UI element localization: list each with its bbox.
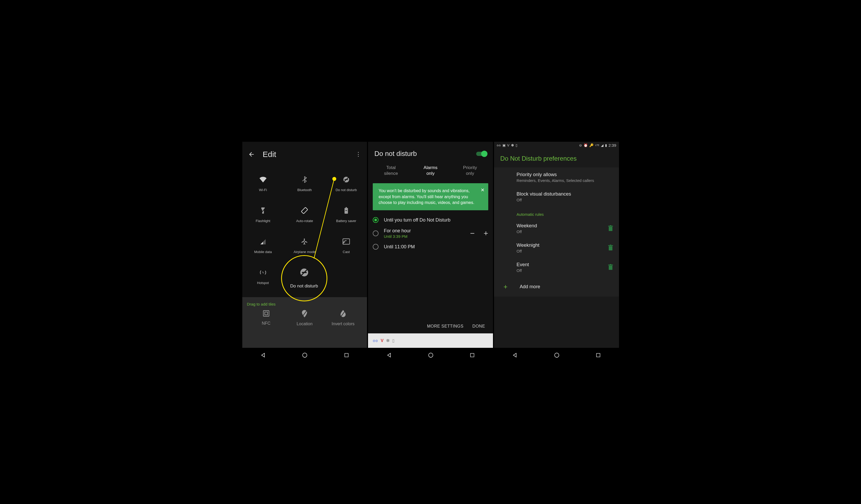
tile-label: Auto-rotate (296, 219, 313, 223)
page-title: Edit (263, 150, 276, 159)
pref-sub: Off (517, 197, 613, 202)
vpn-icon: 🔑 (589, 143, 593, 147)
alarm-icon: ⏰ (584, 143, 588, 147)
rule-sub: Off (517, 229, 613, 234)
notif-icon: V (507, 143, 509, 147)
option-sublabel: Until 3:39 PM (384, 234, 411, 239)
nav-back-icon[interactable] (260, 352, 266, 358)
pref-priority-allows[interactable]: Priority only allows Reminders, Events, … (494, 167, 619, 187)
drag-tile-invert[interactable]: Invert colors (324, 310, 363, 341)
battery-icon (344, 206, 348, 215)
tile-mobile-data[interactable]: Mobile data (242, 230, 284, 261)
image-icon: ▣ (503, 143, 506, 147)
bluetooth-off-icon (301, 175, 308, 184)
overflow-menu-icon[interactable]: ⋮ (355, 151, 361, 158)
nav-back-icon[interactable] (386, 352, 392, 358)
action-row: MORE SETTINGS DONE (368, 319, 493, 333)
tab-priority-only[interactable]: Priorityonly (461, 164, 480, 177)
svg-rect-28 (610, 245, 611, 245)
tile-airplane[interactable]: Airplane mode (284, 230, 326, 261)
tile-label: Hotspot (257, 281, 269, 285)
pref-sub: Reminders, Events, Alarms, Selected call… (517, 178, 613, 183)
svg-rect-30 (608, 264, 613, 265)
airplane-off-icon (301, 237, 308, 246)
svg-rect-4 (301, 207, 308, 214)
tile-label: Mobile data (254, 250, 272, 254)
tile-label: NFC (262, 321, 270, 326)
nav-home-icon[interactable] (554, 352, 560, 358)
plus-icon: + (500, 283, 511, 291)
close-icon[interactable]: ✕ (481, 187, 484, 193)
battery-icon: ▮ (605, 143, 607, 147)
lte-icon: LTE (595, 144, 599, 147)
option-until-time[interactable]: Until 11:00 PM (373, 241, 488, 252)
svg-point-21 (429, 353, 433, 357)
annotation-dot (332, 177, 336, 181)
cast-icon (343, 237, 350, 246)
nav-recent-icon[interactable] (596, 353, 601, 358)
radio-icon (373, 217, 379, 223)
svg-rect-24 (608, 226, 613, 227)
svg-rect-6 (346, 207, 347, 208)
svg-rect-23 (609, 227, 612, 231)
option-one-hour[interactable]: For one hour Until 3:39 PM − + (373, 226, 488, 241)
rule-title: Weeknight (517, 242, 613, 248)
add-more-row[interactable]: + Add more (494, 277, 619, 297)
dnd-tabs: Totalsilence Alarmsonly Priorityonly (368, 163, 493, 179)
svg-rect-20 (345, 353, 348, 357)
radio-icon (373, 231, 379, 236)
trash-icon[interactable] (608, 245, 613, 251)
nav-home-icon[interactable] (302, 352, 308, 358)
tile-bluetooth[interactable]: Bluetooth (284, 168, 326, 199)
drag-tile-location[interactable]: Location (285, 310, 324, 341)
svg-rect-22 (471, 353, 474, 357)
trash-icon[interactable] (608, 225, 613, 232)
dnd-toggle[interactable] (476, 152, 487, 156)
leaf-icon: ✽ (386, 338, 390, 343)
trash-icon[interactable] (608, 264, 613, 270)
tile-auto-rotate[interactable]: Auto-rotate (284, 199, 326, 230)
more-settings-button[interactable]: MORE SETTINGS (427, 324, 464, 329)
rotate-icon (301, 206, 309, 215)
tile-battery-saver[interactable]: Battery saver (326, 199, 367, 230)
svg-rect-26 (609, 246, 612, 250)
section-automatic-rules: Automatic rules (494, 206, 619, 219)
add-label: Add more (520, 284, 540, 289)
svg-rect-27 (608, 245, 613, 246)
status-bar: ⌾⌾ ▣ V ✽ ▯ ⊖ ⏰ 🔑 LTE ◢ ▮ 2:39 (494, 142, 619, 149)
duration-options: Until you turn off Do Not Disturb For on… (368, 214, 493, 253)
tile-wifi[interactable]: Wi-Fi (242, 168, 284, 199)
drag-to-add-section: Drag to add tiles NFC Location Invert co… (242, 297, 367, 348)
tile-hotspot[interactable]: Hotspot (242, 261, 284, 292)
rule-weeknight[interactable]: Weeknight Off (494, 238, 619, 258)
minus-icon[interactable]: − (470, 229, 475, 238)
signal-icon (260, 237, 266, 246)
flashlight-off-icon (260, 206, 266, 215)
tile-dnd[interactable]: Do not disturb (326, 168, 367, 199)
plus-icon[interactable]: + (483, 229, 488, 238)
nav-recent-icon[interactable] (469, 353, 475, 358)
pref-block-visual[interactable]: Block visual disturbances Off (494, 187, 619, 206)
back-icon[interactable] (248, 151, 255, 158)
tile-flashlight[interactable]: Flashlight (242, 199, 284, 230)
rule-weekend[interactable]: Weekend Off (494, 219, 619, 238)
tile-cast[interactable]: Cast (326, 230, 367, 261)
dnd-icon: ⊖ (579, 143, 582, 147)
nav-home-icon[interactable] (428, 352, 434, 358)
rule-event[interactable]: Event Off (494, 258, 619, 277)
option-until-off[interactable]: Until you turn off Do Not Disturb (373, 215, 488, 226)
tab-alarms-only[interactable]: Alarmsonly (421, 164, 440, 177)
wifi-icon (259, 175, 267, 184)
tab-total-silence[interactable]: Totalsilence (381, 164, 400, 177)
svg-rect-5 (344, 208, 348, 214)
done-button[interactable]: DONE (473, 324, 485, 329)
tile-label: Location (297, 322, 313, 326)
radio-icon (373, 244, 379, 250)
nav-back-icon[interactable] (512, 352, 518, 358)
nav-recent-icon[interactable] (344, 353, 349, 358)
tile-label: Bluetooth (297, 188, 312, 192)
page-title: Do Not Disturb preferences (494, 149, 619, 167)
drag-tile-nfc[interactable]: NFC (247, 310, 286, 341)
tile-label: Wi-Fi (259, 188, 267, 192)
android-nav-bar (368, 348, 493, 362)
